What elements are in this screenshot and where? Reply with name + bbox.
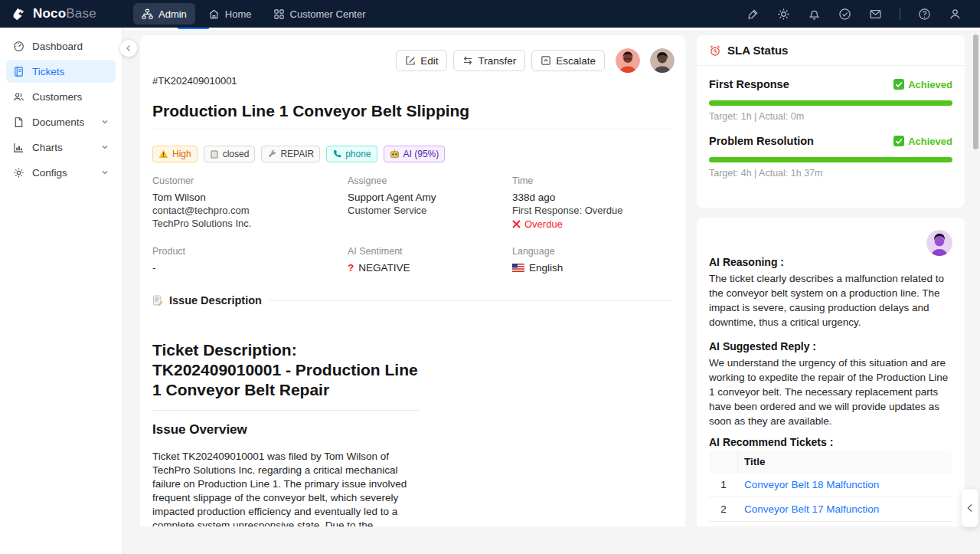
question-mark-icon: ? — [348, 262, 354, 274]
sitemap-icon — [142, 8, 153, 20]
chevron-left-icon — [966, 503, 974, 513]
ai-assistant-avatar — [926, 230, 952, 256]
field-label: Assignee — [348, 175, 512, 186]
sidebar-item-tickets[interactable]: Tickets — [6, 60, 116, 83]
category-tag: REPAIR — [261, 146, 320, 162]
escalate-button[interactable]: Escalate — [531, 50, 605, 71]
sla-status-card: SLA Status First Response Achieved — [697, 35, 965, 208]
ai-recommend-tickets-label: AI Recommend Tickets : — [709, 436, 952, 448]
chevron-left-icon — [125, 44, 132, 52]
nav-item-customer-center[interactable]: Customer Center — [265, 3, 374, 25]
notifications-bell-icon[interactable] — [808, 8, 821, 21]
top-navbar: NocoBase Admin Home Customer Center — [0, 0, 980, 28]
topbar-divider — [900, 8, 900, 20]
nocobase-logo[interactable]: NocoBase — [0, 5, 122, 22]
description-subheading: Issue Overview — [152, 422, 419, 438]
ui-editor-pen-icon[interactable] — [746, 8, 760, 21]
ai-reasoning-text: The ticket clearly describes a malfuncti… — [709, 271, 952, 329]
sidebar-item-label: Charts — [32, 142, 63, 153]
chevron-down-icon — [101, 143, 109, 151]
tasks-check-circle-icon[interactable] — [838, 8, 851, 21]
ticket-number: #TK202409010001 — [152, 75, 673, 87]
clipboard-icon — [210, 149, 219, 159]
right-panel-collapse-button[interactable] — [962, 489, 978, 527]
section-title: Issue Description — [169, 294, 262, 307]
sla-progress-bar — [709, 100, 952, 106]
row-index: 2 — [709, 497, 738, 521]
wrench-icon — [267, 149, 276, 159]
divider — [268, 300, 673, 301]
sidebar-item-label: Dashboard — [32, 41, 83, 52]
description-heading: Ticket Description: TK202409010001 - Pro… — [152, 340, 419, 411]
customer-company: TechPro Solutions Inc. — [152, 218, 348, 231]
warning-icon — [158, 149, 168, 159]
sidebar-item-label: Documents — [32, 116, 84, 128]
field-customer: Customer Tom Wilson contact@techpro.com … — [152, 175, 348, 231]
transfer-button[interactable]: Transfer — [453, 50, 525, 71]
sla-progress-bar — [709, 157, 952, 162]
edit-icon — [405, 55, 416, 66]
sidebar-item-configs[interactable]: Configs — [6, 161, 116, 184]
avatar-second-agent[interactable] — [650, 48, 675, 73]
customer-email: contact@techpro.com — [152, 205, 348, 218]
divider — [152, 129, 673, 129]
us-flag-icon — [512, 264, 524, 272]
priority-tag: High — [152, 146, 198, 162]
ticket-title: Production Line 1 Conveyor Belt Slipping — [152, 102, 673, 120]
sidebar-item-documents[interactable]: Documents — [6, 110, 116, 133]
sidebar-item-customers[interactable]: Customers — [6, 85, 116, 108]
ticket-link[interactable]: Conveyor Belt 17 Malfunction — [738, 497, 952, 521]
workspace: Edit Transfer Escalate — [122, 30, 980, 526]
markdown-description: Ticket Description: TK202409010001 - Pro… — [152, 340, 419, 526]
alarm-clock-icon — [709, 44, 721, 57]
config-gear-icon — [13, 167, 24, 179]
user-icon[interactable] — [949, 8, 962, 21]
table-header-index — [709, 451, 738, 473]
first-response-status: First Response: Overdue — [512, 205, 673, 218]
ticket-link[interactable]: Conveyor Belt 18 Malfunction — [738, 473, 952, 497]
ai-reasoning-label: AI Reasoning : — [709, 256, 952, 268]
sla-title: SLA Status — [727, 44, 788, 57]
settings-gear-icon[interactable] — [777, 8, 790, 21]
sidebar-item-charts[interactable]: Charts — [6, 136, 116, 159]
assignee-name: Support Agent Amy — [348, 192, 512, 203]
left-sidebar: Dashboard Tickets Customers Documents Ch… — [0, 28, 122, 554]
product-value: - — [152, 262, 348, 274]
table-row: 1 Conveyor Belt 18 Malfunction — [709, 473, 952, 497]
ai-suggested-reply-text: We understand the urgency of this situat… — [709, 356, 952, 428]
brand-text: NocoBase — [33, 6, 96, 21]
check-badge-icon — [893, 79, 904, 90]
time-ago: 338d ago — [512, 192, 673, 203]
row-index: 1 — [709, 473, 738, 497]
check-badge-icon — [893, 136, 904, 146]
scrollbar-thumb[interactable] — [973, 34, 978, 149]
sidebar-collapse-button[interactable] — [120, 40, 137, 57]
apps-grid-icon — [273, 8, 285, 20]
field-label: Customer — [152, 175, 348, 186]
avatar-agent-amy[interactable] — [616, 48, 640, 73]
chart-icon — [13, 142, 24, 153]
nocobase-logo-icon — [11, 5, 28, 22]
chevron-down-icon — [101, 169, 109, 176]
phone-icon — [332, 149, 341, 159]
nav-item-home[interactable]: Home — [200, 3, 260, 25]
ai-suggested-reply-label: AI Suggested Reply : — [709, 340, 952, 352]
assignee-team: Customer Service — [348, 205, 512, 218]
sidebar-item-dashboard[interactable]: Dashboard — [6, 34, 116, 57]
sidebar-item-label: Customers — [32, 91, 82, 103]
home-icon — [208, 8, 220, 20]
sla-target-text: Target: 1h | Actual: 0m — [709, 111, 952, 122]
table-header-title: Title — [738, 451, 952, 473]
nav-item-admin[interactable]: Admin — [133, 3, 195, 25]
field-product: Product - — [152, 246, 348, 275]
edit-button[interactable]: Edit — [396, 50, 447, 71]
document-icon — [13, 116, 24, 128]
sidebar-item-label: Configs — [32, 167, 67, 179]
mail-icon[interactable] — [869, 8, 882, 21]
sla-item-first-response: First Response Achieved Target: 1h | Act… — [709, 78, 952, 122]
ticket-detail-card: Edit Transfer Escalate — [140, 35, 685, 526]
issue-description-section: Issue Description — [152, 294, 673, 307]
help-circle-icon[interactable] — [918, 8, 931, 21]
overdue-status: Overdue — [512, 218, 673, 231]
sla-metric-name: Problem Resolution — [709, 135, 814, 147]
